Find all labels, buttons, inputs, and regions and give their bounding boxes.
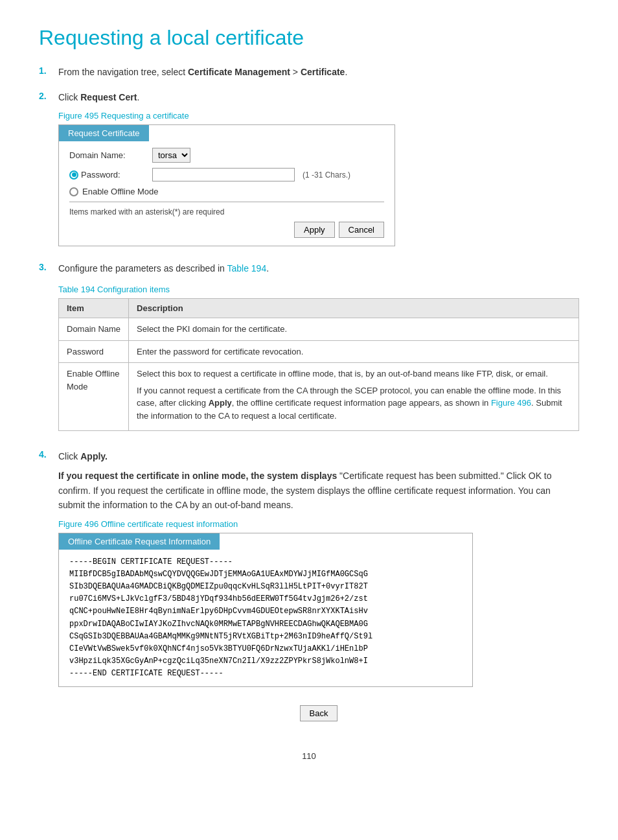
- step-1-bold1: Certificate Management: [188, 67, 290, 77]
- apply-button[interactable]: Apply: [294, 222, 335, 238]
- step-4-before: Click: [58, 451, 80, 461]
- offline-cert-tab: Offline Certificate Request Information: [59, 533, 220, 550]
- back-button-container: Back: [58, 705, 579, 721]
- step-4-bold-sentence: If you request the certificate in online…: [58, 471, 337, 481]
- form-buttons: Apply Cancel: [69, 222, 384, 238]
- step-1-bold2: Certificate: [301, 67, 345, 77]
- table-row-password: Password Enter the password for certific…: [59, 340, 579, 363]
- password-label: Password:: [81, 170, 120, 180]
- step-4-text: Click Apply.: [58, 449, 579, 463]
- domain-name-select[interactable]: torsa: [152, 148, 190, 163]
- figure-496-link[interactable]: Figure 496: [491, 398, 531, 408]
- offline-cert-box: Offline Certificate Request Information …: [58, 533, 473, 688]
- figure-496-title: Figure 496 Offline certificate request i…: [58, 519, 579, 529]
- password-row: Password: (1 -31 Chars.): [69, 168, 384, 181]
- item-offline: Enable Offline Mode: [59, 363, 129, 431]
- cert-content: -----BEGIN CERTIFICATE REQUEST----- MIIB…: [59, 550, 472, 687]
- col-item: Item: [59, 299, 129, 318]
- step-4-content: Click Apply. If you request the certific…: [58, 449, 579, 721]
- config-table: Item Description Domain Name Select the …: [58, 298, 579, 431]
- step-4-para: If you request the certificate in online…: [58, 469, 579, 512]
- form-divider: [69, 202, 384, 202]
- item-password: Password: [59, 340, 129, 363]
- step-2: 2. Click Request Cert. Figure 495 Reques…: [39, 91, 579, 254]
- back-button[interactable]: Back: [300, 705, 338, 721]
- domain-name-row: Domain Name: torsa: [69, 148, 384, 163]
- step-2-bold: Request Cert: [80, 92, 137, 102]
- form-body: Domain Name: torsa Password: (1 -31 Char…: [59, 141, 395, 246]
- step-2-number: 2.: [39, 91, 58, 101]
- step-1-sep: >: [290, 67, 301, 77]
- desc-password: Enter the password for certificate revoc…: [129, 340, 579, 363]
- step-1-after: .: [345, 67, 347, 77]
- desc-offline-p1: Select this box to request a certificate…: [137, 368, 571, 380]
- desc-offline-p2: If you cannot request a certificate from…: [137, 384, 571, 423]
- step-1: 1. From the navigation tree, select Cert…: [39, 65, 579, 83]
- step-3-content: Configure the parameters as described in…: [58, 262, 579, 441]
- cancel-button[interactable]: Cancel: [339, 222, 384, 238]
- enable-offline-row: Enable Offline Mode: [69, 187, 384, 196]
- item-domain: Domain Name: [59, 318, 129, 341]
- table-194-title: Table 194 Configuration items: [58, 285, 579, 294]
- request-certificate-form: Request Certificate Domain Name: torsa P: [58, 124, 395, 246]
- step-4-number: 4.: [39, 449, 58, 460]
- step-1-text-before: From the navigation tree, select: [58, 67, 188, 77]
- desc-offline-apply: Apply: [209, 398, 232, 408]
- figure-495-title: Figure 495 Requesting a certificate: [58, 111, 579, 121]
- password-radio[interactable]: [69, 170, 78, 180]
- step-2-text: Click Request Cert.: [58, 91, 579, 104]
- table-header-row: Item Description: [59, 299, 579, 318]
- desc-domain: Select the PKI domain for the certificat…: [129, 318, 579, 341]
- step-1-content: From the navigation tree, select Certifi…: [58, 65, 579, 83]
- step-4: 4. Click Apply. If you request the certi…: [39, 449, 579, 732]
- step-3: 3. Configure the parameters as described…: [39, 262, 579, 441]
- offline-radio[interactable]: [69, 187, 78, 196]
- step-3-number: 3.: [39, 262, 58, 272]
- step-1-text: From the navigation tree, select Certifi…: [58, 65, 579, 79]
- step-3-text: Configure the parameters as described in…: [58, 262, 579, 275]
- step-2-text-before: Click: [58, 92, 80, 102]
- step-3-after: .: [266, 263, 269, 274]
- desc-offline: Select this box to request a certificate…: [129, 363, 579, 431]
- step-4-bold: Apply.: [80, 451, 108, 461]
- step-1-number: 1.: [39, 65, 58, 76]
- enable-offline-label: Enable Offline Mode: [82, 187, 159, 196]
- asterisk-note: Items marked with an asterisk(*) are req…: [69, 207, 384, 216]
- step-2-content: Click Request Cert. Figure 495 Requestin…: [58, 91, 579, 254]
- page-number: 110: [39, 751, 579, 761]
- request-cert-tab: Request Certificate: [59, 125, 149, 141]
- password-hint: (1 -31 Chars.): [303, 170, 350, 180]
- table-row-domain: Domain Name Select the PKI domain for th…: [59, 318, 579, 341]
- step-2-after: .: [137, 92, 139, 102]
- password-input[interactable]: [152, 168, 295, 181]
- step-3-before: Configure the parameters as described in: [58, 263, 227, 274]
- table-row-offline: Enable Offline Mode Select this box to r…: [59, 363, 579, 431]
- domain-name-label: Domain Name:: [69, 150, 147, 160]
- page-title: Requesting a local certificate: [39, 26, 579, 50]
- col-description: Description: [129, 299, 579, 318]
- table-194-link[interactable]: Table 194: [227, 263, 266, 274]
- desc-offline-text-after: , the offline certificate request inform…: [232, 398, 491, 408]
